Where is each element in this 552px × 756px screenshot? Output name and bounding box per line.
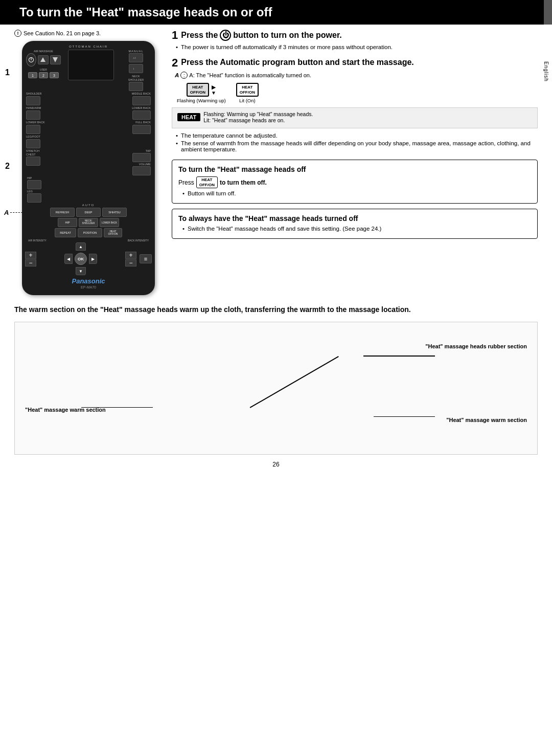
- always-off-bullet: Switch the "Heat" massage heads off and …: [182, 226, 531, 232]
- step-2: 2 Press the Automatic program button and…: [172, 57, 538, 152]
- heat-flashing-status: Flashing: Warming up "Heat" massage head…: [203, 111, 313, 117]
- back-intensity-plus[interactable]: +: [125, 252, 136, 259]
- ok-cluster: ▲ ▼ ◀ ▶ OK: [64, 242, 97, 275]
- lower-back-mode-button[interactable]: LOWER BACK: [100, 218, 119, 227]
- ok-down-button[interactable]: ▼: [76, 267, 86, 275]
- volume-button[interactable]: [132, 166, 151, 175]
- flashing-label: Flashing (Warming up): [177, 98, 226, 103]
- position-button[interactable]: POSITION: [78, 228, 102, 237]
- middle-back-label: MIDDLE BACK: [132, 92, 151, 95]
- display-screen: [68, 50, 114, 80]
- step2-number: 2: [172, 57, 178, 69]
- svg-marker-0: [40, 57, 45, 62]
- air-massage-label: AIR MASSAGE: [26, 50, 61, 53]
- full-back-label: FULL BACK: [135, 121, 151, 124]
- marker-1: 1: [5, 68, 10, 77]
- model-number: EP-MA70: [25, 285, 152, 289]
- heat-off-on-button[interactable]: HEAT OFF/ON: [104, 228, 122, 237]
- auto-label: AUTO: [25, 204, 152, 207]
- turn-off-title: To turn the "Heat" massage heads off: [178, 165, 531, 173]
- step1-number: 1: [172, 30, 178, 41]
- caution-line: ! See Caution No. 21 on page 3.: [14, 30, 163, 37]
- neck-label: NECK: [132, 75, 140, 78]
- air-intensity-minus[interactable]: −: [25, 259, 36, 266]
- hand-arm-label: HAND/ARM: [26, 106, 56, 109]
- bottom-bold-text: The warm section on the "Heat" massage h…: [14, 305, 538, 314]
- leg-button[interactable]: [27, 193, 41, 203]
- lower-back-right-button[interactable]: [132, 110, 151, 120]
- nav-icon-button[interactable]: [38, 55, 49, 64]
- rubber-section-label: "Heat" massage heads rubber section: [425, 343, 527, 350]
- lit-label: Lit (On): [239, 98, 256, 103]
- step2-title: Press the Automatic program button and s…: [181, 57, 414, 68]
- user-btn-1[interactable]: 1: [28, 72, 37, 78]
- ok-left-button[interactable]: ◀: [64, 254, 73, 264]
- warm-section-line: [81, 407, 153, 408]
- heat-offon-press-btn[interactable]: HEAT OFF/ON: [196, 176, 218, 188]
- step2-note-a: A : A: The "Heat" function is automatica…: [175, 72, 538, 79]
- stretch-label: STRETCH: [26, 149, 61, 152]
- page: To turn the "Heat" massage heads on or o…: [0, 0, 552, 756]
- warm-section-right-line: [374, 416, 435, 417]
- user-btn-2[interactable]: 2: [39, 72, 48, 78]
- manual-label: MANUAL: [129, 50, 144, 53]
- turn-off-section: To turn the "Heat" massage heads off Pre…: [172, 160, 538, 204]
- heat-offon-box-flashing: HEAT OFF/ON: [187, 83, 209, 97]
- manual-button[interactable]: ♪♪: [129, 53, 143, 62]
- deep-button[interactable]: DEEP: [76, 208, 101, 217]
- refresh-button[interactable]: REFRESH: [50, 208, 75, 217]
- recline-button[interactable]: [50, 55, 61, 64]
- chest-label: CHEST: [26, 153, 61, 156]
- neck-shoulder-button[interactable]: NECK/ SHOULDER: [79, 218, 98, 227]
- step-1: 1 Press the ⏻ button to turn on the powe…: [172, 30, 538, 50]
- rubber-line: [363, 355, 435, 357]
- turn-off-instruction: Press HEAT OFF/ON to turn them off.: [178, 176, 531, 188]
- step2-bullet-1: The temperature cannot be adjusted.: [176, 132, 538, 139]
- power-icon: ⏻: [220, 30, 231, 41]
- air-intensity-plus[interactable]: +: [25, 252, 36, 259]
- step1-bullet: The power is turned off automatically if…: [176, 44, 538, 50]
- leg-foot-button[interactable]: [26, 139, 40, 148]
- heat-badge: HEAT: [177, 113, 200, 121]
- ok-right-button[interactable]: ▶: [89, 254, 97, 264]
- caution-icon: !: [14, 30, 21, 37]
- user-btn-3[interactable]: 3: [50, 72, 59, 78]
- tap-label: TAP: [146, 149, 151, 152]
- page-number: 26: [0, 461, 552, 473]
- warm-section-right-label: "Heat" massage warm section: [446, 416, 527, 424]
- air-intensity-label: AIR INTENSITY: [28, 239, 47, 242]
- step1-title: Press the ⏻ button to turn on the power.: [181, 30, 341, 41]
- shoulder-left-button[interactable]: [26, 96, 40, 105]
- full-back-button[interactable]: [132, 125, 151, 134]
- svg-text:♪♪: ♪♪: [133, 56, 136, 59]
- ok-center-button[interactable]: OK: [75, 253, 87, 265]
- hip-left-button[interactable]: [27, 180, 41, 189]
- caution-text: See Caution No. 21 on page 3.: [24, 30, 101, 36]
- ok-up-button[interactable]: ▲: [76, 242, 86, 251]
- leg-foot-label: LEG/FOOT: [26, 135, 56, 138]
- middle-back-button[interactable]: [132, 96, 151, 105]
- shoulder-left-label: SHOULDER: [26, 92, 56, 95]
- shoulder-right-button[interactable]: [129, 82, 143, 91]
- hand-arm-button[interactable]: [26, 110, 40, 120]
- neck-icon-button[interactable]: ↕: [129, 64, 143, 73]
- eq-button[interactable]: ≡: [140, 254, 152, 263]
- chest-button[interactable]: [26, 157, 40, 166]
- tap-button[interactable]: [132, 153, 151, 162]
- language-label: English: [543, 61, 549, 82]
- remote-control: OTTOMAN CHAIR AIR MASSAGE: [22, 41, 155, 295]
- repeat-button[interactable]: REPEAT: [55, 228, 76, 237]
- power-button[interactable]: [26, 53, 36, 66]
- shoulder-right-label: SHOULDER: [128, 78, 144, 81]
- always-off-title: To always have the "Heat" massage heads …: [178, 214, 531, 223]
- lower-back-left-button[interactable]: [26, 125, 40, 134]
- ottoman-chair-label: OTTOMAN CHAIR: [25, 45, 152, 48]
- page-title: To turn the "Heat" massage heads on or o…: [9, 0, 544, 25]
- back-intensity-minus[interactable]: −: [125, 259, 136, 266]
- panasonic-logo: Panasonic: [25, 277, 152, 285]
- marker-2: 2: [5, 162, 10, 171]
- heat-offon-box-lit: HEAT OFF/ON: [236, 83, 259, 97]
- hip-mode-button[interactable]: HIP: [58, 218, 77, 227]
- shiatsu-button[interactable]: SHIATSU: [102, 208, 127, 217]
- lower-back-right-label: LOWER BACK: [132, 106, 151, 109]
